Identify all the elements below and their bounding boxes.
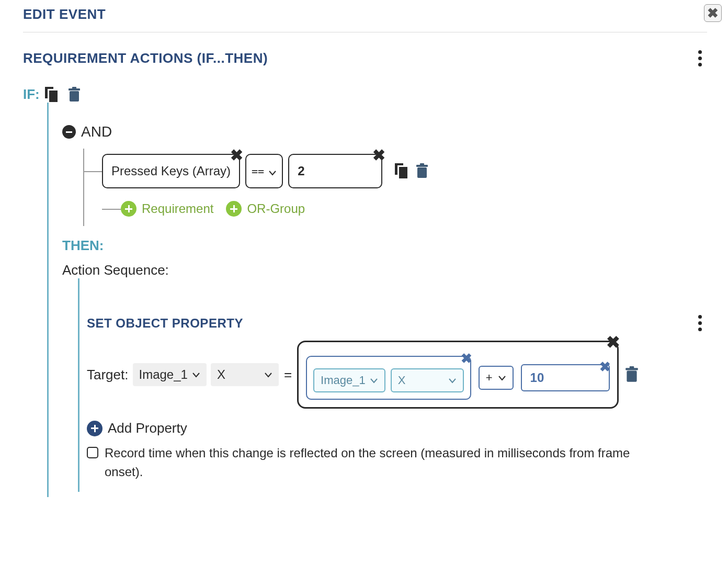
condition-row: ✖ Pressed Keys (Array) == ✖ 2 xyxy=(102,154,707,188)
trash-icon xyxy=(68,87,81,103)
svg-rect-3 xyxy=(417,167,427,178)
kebab-dot xyxy=(698,315,702,319)
svg-rect-6 xyxy=(627,371,636,382)
and-group: AND xyxy=(62,123,707,140)
set-object-property-header: SET OBJECT PROPERTY xyxy=(87,313,707,333)
kebab-dot xyxy=(698,321,702,325)
kebab-dot xyxy=(698,50,702,54)
set-object-property-menu-button[interactable] xyxy=(692,313,707,333)
add-requirement-button[interactable] xyxy=(121,201,136,217)
action-sequence-tree: SET OBJECT PROPERTY Target: Image_1 xyxy=(78,278,707,492)
chevron-down-icon xyxy=(268,167,277,175)
chevron-down-icon xyxy=(370,377,378,384)
condition-delete-button[interactable] xyxy=(416,163,428,179)
if-tree: AND ✖ Pressed Keys (Array) == xyxy=(47,103,707,497)
condition-right-field[interactable]: ✖ 2 xyxy=(288,154,382,188)
if-label: IF: xyxy=(23,86,40,103)
remove-reference-button[interactable]: ✖ xyxy=(461,352,472,365)
if-copy-button[interactable] xyxy=(45,87,59,103)
panel-content: EDIT EVENT REQUIREMENT ACTIONS (IF...THE… xyxy=(0,0,728,497)
requirement-actions-title: REQUIREMENT ACTIONS (IF...THEN) xyxy=(23,50,268,66)
expression-operator-select[interactable]: + xyxy=(479,366,514,390)
ref-object-value: Image_1 xyxy=(321,374,366,387)
set-object-property-body: Target: Image_1 X = ✖ ✖ xyxy=(87,341,707,409)
remove-left-button[interactable]: ✖ xyxy=(230,148,243,163)
record-time-label: Record time when this change is reflecte… xyxy=(105,444,654,481)
add-condition-row: Requirement OR-Group xyxy=(121,201,707,217)
ref-property-select[interactable]: X xyxy=(391,368,464,392)
remove-right-button[interactable]: ✖ xyxy=(372,148,385,163)
condition-right-value: 2 xyxy=(298,164,304,178)
panel-title: EDIT EVENT xyxy=(23,6,707,22)
copy-icon xyxy=(395,163,408,179)
target-object-select[interactable]: Image_1 xyxy=(133,363,207,386)
condition-copy-button[interactable] xyxy=(395,163,408,179)
minus-icon xyxy=(66,131,72,133)
target-property-value: X xyxy=(217,367,225,382)
ref-property-value: X xyxy=(398,374,406,387)
svg-rect-0 xyxy=(70,91,79,102)
trash-icon xyxy=(416,163,428,179)
add-property-button[interactable] xyxy=(87,421,103,436)
trash-icon xyxy=(625,366,639,383)
chevron-down-icon xyxy=(264,371,272,378)
kebab-dot xyxy=(698,63,702,66)
kebab-dot xyxy=(698,57,702,60)
kebab-dot xyxy=(698,328,702,331)
if-delete-button[interactable] xyxy=(68,87,81,103)
set-object-property-title: SET OBJECT PROPERTY xyxy=(87,316,243,331)
collapse-and-button[interactable] xyxy=(62,125,76,139)
chevron-down-icon xyxy=(498,374,506,381)
copy-icon xyxy=(45,87,59,103)
then-label: THEN: xyxy=(62,238,707,254)
record-time-checkbox[interactable] xyxy=(87,447,98,458)
add-requirement-label: Requirement xyxy=(142,201,213,216)
close-icon: ✖ xyxy=(707,5,719,21)
chevron-down-icon xyxy=(448,377,457,384)
reference-container: ✖ Image_1 X xyxy=(306,356,471,400)
condition-operator-select[interactable]: == xyxy=(245,154,283,188)
edit-event-panel: ✖ EDIT EVENT REQUIREMENT ACTIONS (IF...T… xyxy=(0,0,728,563)
condition-operator-value: == xyxy=(252,165,264,177)
expression-operator-value: + xyxy=(486,371,493,385)
condition-left-field[interactable]: ✖ Pressed Keys (Array) xyxy=(102,154,240,188)
svg-rect-5 xyxy=(420,163,424,165)
target-object-value: Image_1 xyxy=(139,367,188,382)
requirement-actions-menu-button[interactable] xyxy=(692,48,707,69)
divider xyxy=(23,32,707,32)
svg-rect-8 xyxy=(629,366,634,368)
expression-value: 10 xyxy=(530,370,544,385)
remove-expression-button[interactable]: ✖ xyxy=(606,334,620,351)
chevron-down-icon xyxy=(192,371,200,378)
expression-container: ✖ ✖ Image_1 X xyxy=(297,341,618,409)
record-time-row: Record time when this change is reflecte… xyxy=(87,444,707,481)
ref-object-select[interactable]: Image_1 xyxy=(313,368,385,392)
add-property-row: Add Property xyxy=(87,420,707,436)
action-sequence-label: Action Sequence: xyxy=(62,262,707,278)
and-label: AND xyxy=(81,123,112,140)
if-row: IF: xyxy=(23,86,707,103)
svg-rect-2 xyxy=(72,87,76,89)
condition-left-value: Pressed Keys (Array) xyxy=(111,164,231,178)
close-button[interactable]: ✖ xyxy=(704,4,722,22)
remove-value-button[interactable]: ✖ xyxy=(599,360,611,374)
add-property-label: Add Property xyxy=(108,420,187,436)
and-branch: ✖ Pressed Keys (Array) == ✖ 2 xyxy=(83,154,707,217)
equals-label: = xyxy=(283,367,293,383)
requirement-actions-header: REQUIREMENT ACTIONS (IF...THEN) xyxy=(23,48,707,69)
add-or-group-label: OR-Group xyxy=(247,201,305,216)
set-object-property-delete-button[interactable] xyxy=(625,366,639,383)
target-property-select[interactable]: X xyxy=(211,363,279,386)
expression-value-field[interactable]: ✖ 10 xyxy=(521,364,610,391)
add-or-group-button[interactable] xyxy=(226,201,242,217)
target-label: Target: xyxy=(87,367,129,383)
